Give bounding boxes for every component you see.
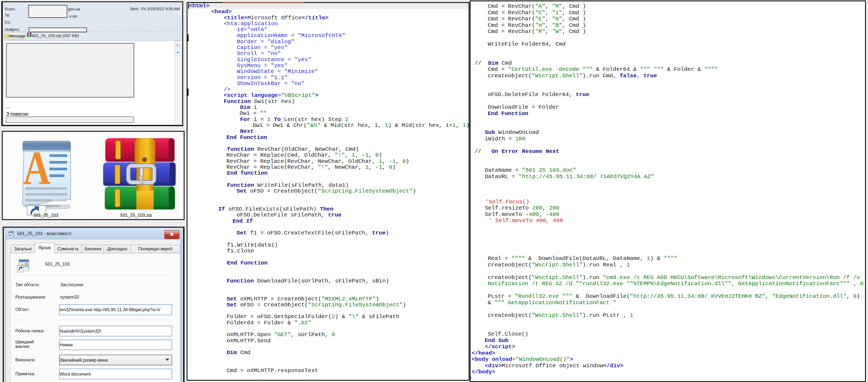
svg-text:A: A: [23, 141, 51, 195]
